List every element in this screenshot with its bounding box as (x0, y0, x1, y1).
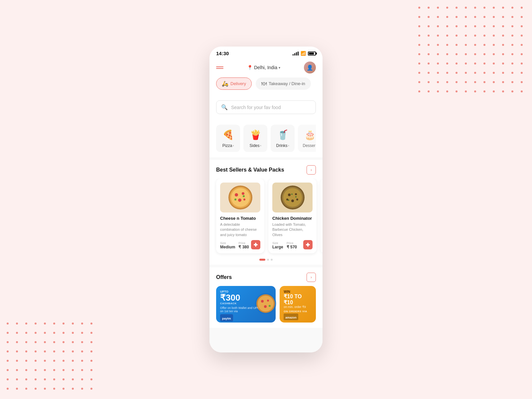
status-bar: 14:30 📶 (209, 47, 323, 59)
products-row: Cheese n Tomato A delectable combination… (209, 179, 323, 259)
category-drinks[interactable]: 🥤 Drinks › (271, 125, 295, 152)
svg-point-3 (235, 193, 238, 197)
cheese-tomato-name: Cheese n Tomato (220, 216, 260, 221)
cheese-tomato-price: ₹ 380 (238, 245, 249, 249)
svg-point-4 (242, 192, 244, 195)
svg-point-13 (283, 188, 302, 207)
offers-title: Offers (216, 274, 232, 280)
cheese-tomato-meta: Size Medium Price ₹ 380 (220, 240, 260, 249)
chicken-price: ₹ 570 (287, 245, 297, 249)
delivery-tab-label: Delivery (230, 81, 246, 86)
best-sellers-title: Best Sellers & Value Packs (216, 167, 284, 173)
status-icons: 📶 (293, 51, 316, 56)
paytm-label: paytm (222, 317, 231, 320)
sides-chevron-icon: › (260, 144, 261, 147)
offer-win-text: WIN (284, 290, 312, 294)
pizza-icon: 🍕 (222, 129, 234, 141)
chicken-dominator-meta: Size Large Price ₹ 570 (272, 240, 313, 249)
takeaway-icon: 🍽 (261, 81, 267, 87)
pizza-chevron-icon: › (233, 144, 234, 147)
product-third[interactable] (321, 179, 323, 253)
product-cheese-tomato[interactable]: Cheese n Tomato A delectable combination… (216, 179, 264, 253)
delivery-tab[interactable]: 🛵 Delivery (216, 77, 252, 90)
add-chicken-dominator-button[interactable] (303, 240, 313, 249)
offer-win-amount: ₹10 TO ₹10 (284, 294, 312, 305)
best-sellers-header: Best Sellers & Value Packs › (209, 165, 323, 179)
offer-cashback-label: CASHBACK (220, 302, 272, 305)
svg-point-15 (295, 193, 297, 195)
chicken-dominator-desc: Loaded with Tomato, Barbecue Chicken, Ol… (272, 222, 313, 237)
offers-arrow[interactable]: › (307, 273, 316, 282)
add-cheese-tomato-button[interactable] (251, 240, 260, 249)
dot-2 (267, 259, 269, 261)
offers-row: UPTO ₹300 CASHBACK Offer on both Wallet … (209, 286, 323, 328)
sides-icon: 🍟 (250, 129, 261, 141)
svg-point-19 (288, 200, 289, 201)
location-selector[interactable]: 📍 Delhi, India ▾ (247, 65, 280, 70)
drinks-chevron-icon: › (288, 144, 289, 147)
category-pizza[interactable]: 🍕 Pizza › (216, 125, 240, 152)
svg-point-6 (243, 199, 245, 200)
svg-point-2 (231, 188, 250, 207)
cheese-tomato-size-label: Size (220, 241, 235, 245)
offers-header: Offers › (209, 273, 323, 286)
svg-point-8 (243, 195, 245, 197)
offer-wallet-text: Offer on both Wallet and UPI (220, 306, 272, 310)
delivery-icon: 🛵 (222, 80, 228, 87)
category-desserts[interactable]: 🎂 Desser › (298, 125, 316, 152)
pizza-label: Pizza (222, 143, 232, 148)
signal-icon (293, 52, 299, 56)
search-icon: 🔍 (221, 104, 228, 110)
offer-card-amazon[interactable]: WIN ₹10 TO ₹10 on min. order ₹9 ON ORDER… (280, 286, 316, 323)
svg-point-7 (234, 199, 236, 200)
status-time: 14:30 (216, 51, 229, 56)
drinks-icon: 🥤 (277, 129, 289, 141)
chicken-dominator-name: Chicken Dominator (272, 216, 313, 221)
categories-section: 🍕 Pizza › 🍟 Sides › 🥤 Drin (209, 119, 323, 157)
svg-rect-23 (306, 244, 310, 245)
avatar[interactable]: 👤 (304, 62, 316, 73)
pin-icon: 📍 (247, 65, 253, 70)
chicken-size: Large (272, 245, 283, 249)
header: 📍 Delhi, India ▾ 👤 (209, 59, 323, 77)
offer-txn-text: on 1st txn via (220, 310, 272, 313)
svg-point-5 (238, 199, 241, 202)
amazon-label: amazon (285, 316, 297, 319)
product-chicken-dominator[interactable]: Chicken Dominator Loaded with Tomato, Ba… (268, 179, 317, 253)
paytm-badge: paytm (220, 314, 233, 322)
content-area: 🔍 Search for your fav food 🍕 Pizza › 🍟 S… (209, 95, 323, 352)
cheese-tomato-image (220, 183, 260, 212)
takeaway-tab-label: Takeaway / Dine-in (269, 81, 305, 86)
dot-3 (271, 259, 273, 261)
category-sides[interactable]: 🍟 Sides › (243, 125, 267, 152)
svg-point-17 (296, 199, 298, 200)
decorative-dots-top-right: (function(){ const container = document.… (418, 7, 525, 95)
progress-dots (209, 259, 323, 265)
offer-cashback-amount: ₹300 (220, 293, 272, 302)
offer-orders-via-label: ON ORDERS VIA (284, 310, 312, 313)
categories-row: 🍕 Pizza › 🍟 Sides › 🥤 Drin (216, 125, 316, 152)
phone-frame: 14:30 📶 📍 Delhi, India ▾ 👤 (209, 47, 323, 352)
delivery-tabs: 🛵 Delivery 🍽 Takeaway / Dine-in (209, 77, 323, 95)
cheese-tomato-desc: A delectable combination of cheese and j… (220, 222, 260, 237)
best-sellers-arrow[interactable]: › (307, 165, 316, 175)
desserts-label: Desser (303, 143, 315, 148)
decorative-dots-bottom-left: (function(){ const container = document.… (7, 323, 95, 392)
chevron-down-icon: ▾ (279, 66, 280, 69)
offers-section: Offers › UPTO ₹300 CASHBACK Offer on bot… (209, 267, 323, 328)
location-text: Delhi, India (254, 65, 277, 70)
menu-icon[interactable] (216, 66, 223, 69)
takeaway-tab[interactable]: 🍽 Takeaway / Dine-in (256, 77, 311, 90)
cheese-tomato-price-label: Price (238, 241, 249, 245)
amazon-badge: amazon (284, 314, 298, 320)
offer-card-paytm[interactable]: UPTO ₹300 CASHBACK Offer on both Wallet … (216, 286, 276, 323)
wifi-icon: 📶 (301, 51, 306, 56)
chicken-dominator-image (272, 183, 313, 212)
chicken-size-label: Size (272, 241, 283, 245)
dot-1 (259, 259, 265, 261)
svg-point-16 (291, 200, 294, 202)
svg-point-14 (288, 194, 291, 196)
cheese-tomato-size: Medium (220, 245, 235, 249)
search-bar[interactable]: 🔍 Search for your fav food (216, 100, 316, 114)
svg-point-20 (295, 196, 297, 198)
